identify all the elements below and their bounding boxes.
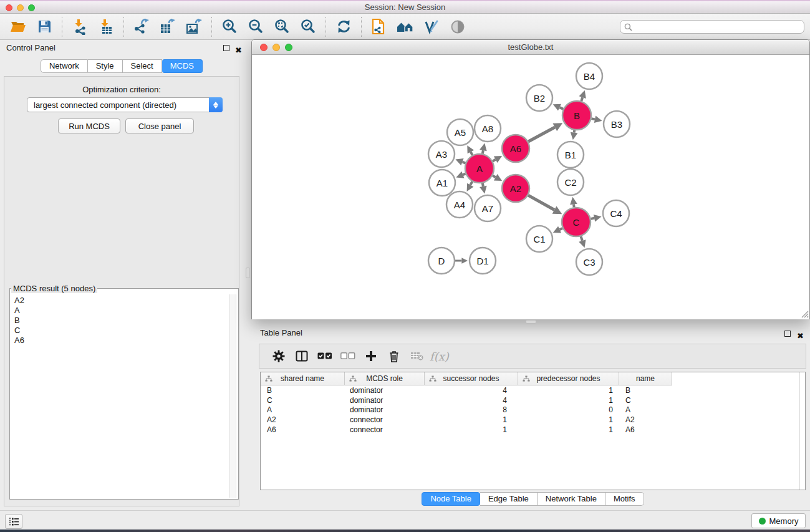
edge-A2-C[interactable]	[528, 195, 562, 214]
result-item[interactable]: B	[14, 316, 238, 326]
tab-node-table[interactable]: Node Table	[422, 492, 480, 506]
close-window-button[interactable]	[6, 4, 12, 11]
tab-select[interactable]: Select	[123, 59, 162, 73]
open-session-button[interactable]	[5, 16, 31, 38]
node-A2[interactable]: A2	[502, 175, 529, 202]
node-B1[interactable]: B1	[557, 142, 584, 168]
control-panel-header[interactable]: Control Panel ✖	[0, 41, 243, 56]
function-builder-icon[interactable]: f(x)	[430, 350, 449, 363]
result-item[interactable]: A2	[14, 296, 238, 306]
node-A8[interactable]: A8	[475, 115, 501, 142]
edge-C-C4[interactable]	[591, 215, 601, 222]
edge-A-A4[interactable]	[467, 181, 474, 191]
save-session-button[interactable]	[31, 16, 57, 38]
network-close-button[interactable]	[260, 44, 268, 51]
edge-C-C2[interactable]	[570, 197, 577, 207]
node-C3[interactable]: C3	[576, 249, 602, 275]
edge-A-A5[interactable]	[467, 145, 474, 155]
zoom-out-button[interactable]	[243, 16, 269, 38]
delete-table-button[interactable]	[405, 346, 428, 366]
network-snapshot-button[interactable]	[366, 16, 392, 38]
tab-network[interactable]: Network	[41, 59, 88, 73]
edge-A6-B[interactable]	[528, 123, 562, 142]
memory-button[interactable]: Memory	[751, 513, 806, 528]
network-window-titlebar[interactable]: testGlobe.txt	[252, 40, 809, 55]
node-B4[interactable]: B4	[576, 63, 602, 89]
node-A7[interactable]: A7	[475, 195, 501, 221]
node-D[interactable]: D	[428, 248, 455, 274]
edge-C-C1[interactable]	[553, 226, 562, 233]
result-scrollbar[interactable]	[229, 294, 236, 498]
network-zoom-button[interactable]	[285, 44, 292, 51]
edge-D-D1[interactable]	[455, 258, 468, 264]
node-A4[interactable]: A4	[446, 191, 473, 218]
horizontal-splitter-handle[interactable]	[526, 320, 536, 324]
tab-network-table[interactable]: Network Table	[538, 492, 605, 506]
node-C2[interactable]: C2	[557, 169, 584, 195]
app-titlebar[interactable]: Session: New Session	[0, 0, 810, 14]
table-scrollbar[interactable]	[799, 372, 800, 490]
float-panel-button[interactable]	[223, 44, 231, 52]
node-A[interactable]: A	[465, 154, 494, 183]
tab-style[interactable]: Style	[88, 59, 123, 73]
result-item[interactable]: A6	[14, 336, 238, 346]
edge-B-B4[interactable]	[579, 90, 586, 101]
edge-B-B3[interactable]	[591, 116, 602, 123]
table-row[interactable]: Adominator80A	[261, 405, 805, 415]
edge-C-C3[interactable]	[579, 236, 586, 248]
zoom-in-button[interactable]	[216, 16, 243, 38]
tab-motifs[interactable]: Motifs	[605, 492, 644, 506]
node-C1[interactable]: C1	[526, 226, 552, 252]
table-row[interactable]: A2connector11A2	[261, 415, 805, 425]
edge-A-A8[interactable]	[480, 143, 487, 154]
node-A5[interactable]: A5	[447, 119, 473, 145]
edge-A-A3[interactable]	[455, 158, 465, 165]
node-A1[interactable]: A1	[429, 170, 455, 196]
tab-mcds[interactable]: MCDS	[162, 59, 203, 73]
gear-button[interactable]	[267, 346, 290, 366]
add-column-button[interactable]	[359, 346, 382, 366]
node-D1[interactable]: D1	[470, 248, 496, 274]
node-A6[interactable]: A6	[502, 135, 529, 162]
annotation-pen-button[interactable]	[418, 16, 445, 38]
vertical-splitter-handle[interactable]	[246, 268, 250, 278]
import-table-button[interactable]	[93, 16, 119, 38]
zoom-window-button[interactable]	[28, 4, 35, 11]
edge-A-A7[interactable]	[480, 183, 487, 194]
show-all-networks-button[interactable]	[392, 16, 418, 38]
export-table-button[interactable]	[155, 16, 181, 38]
resize-grip-icon[interactable]	[799, 309, 809, 318]
edge-A-A2[interactable]	[493, 174, 502, 181]
refresh-button[interactable]	[330, 16, 357, 38]
table-row[interactable]: A6connector11A6	[261, 425, 805, 435]
run-mcds-button[interactable]: Run MCDS	[58, 118, 120, 133]
delete-column-button[interactable]	[382, 346, 405, 366]
zoom-fit-button[interactable]	[269, 16, 295, 38]
column-header-shared-name[interactable]: shared name	[261, 372, 345, 385]
criterion-select[interactable]: largest connected component (directed)	[27, 97, 223, 112]
split-columns-button[interactable]	[290, 346, 313, 366]
graphics-detail-eye-button[interactable]	[445, 16, 471, 38]
tab-edge-table[interactable]: Edge Table	[480, 492, 538, 506]
export-image-button[interactable]	[181, 16, 207, 38]
edge-A-A6[interactable]	[493, 156, 502, 163]
column-header-name[interactable]: name	[619, 372, 672, 385]
column-header-successor-nodes[interactable]: successor nodes	[425, 372, 518, 385]
node-C4[interactable]: C4	[603, 200, 629, 226]
edge-A-A1[interactable]	[456, 172, 465, 178]
table-panel-header[interactable]: Table Panel ✖	[251, 327, 810, 341]
node-C[interactable]: C	[562, 208, 591, 236]
search-field[interactable]	[620, 20, 804, 34]
column-header-MCDS-role[interactable]: MCDS role	[345, 372, 425, 385]
table-row[interactable]: Cdominator41C	[261, 395, 805, 405]
node-B2[interactable]: B2	[526, 85, 552, 111]
edge-B-B2[interactable]	[553, 104, 564, 111]
select-all-checkboxes-button[interactable]	[313, 346, 336, 366]
close-panel-button[interactable]: ✖	[235, 44, 243, 52]
result-item[interactable]: A	[14, 306, 238, 316]
network-graph[interactable]: AA1A2A3A4A5A6A7A8BB1B2B3B4CC1C2C3C4DD1	[252, 56, 809, 319]
deselect-checkboxes-button[interactable]	[336, 346, 359, 366]
node-B3[interactable]: B3	[604, 111, 630, 137]
close-panel-button-mcds[interactable]: Close panel	[125, 118, 194, 133]
search-input[interactable]	[632, 21, 800, 32]
